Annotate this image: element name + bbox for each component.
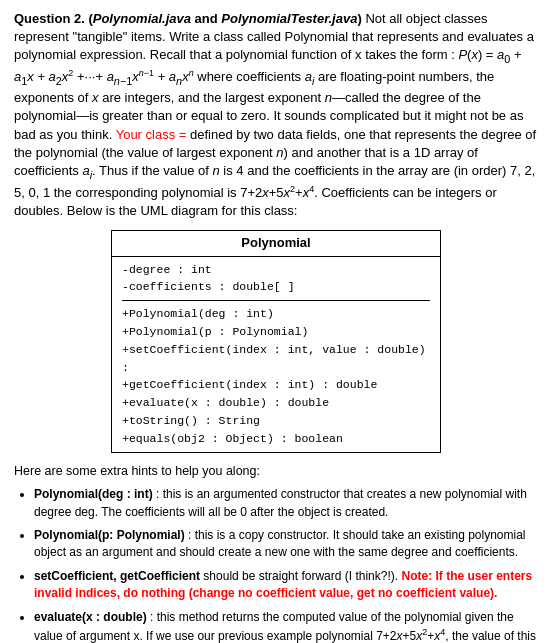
uml-method-setcoeff: +setCoefficient(index : int, value : dou… [122,341,430,377]
uml-class-name: Polynomial [112,231,440,256]
hint-evaluate: evaluate(x : double) : this method retur… [34,609,538,643]
uml-fields: -degree : int -coefficients : double[ ] … [112,257,440,452]
hints-header: Here are some extra hints to help you al… [14,463,538,481]
uml-method-equals: +equals(obj2 : Object) : boolean [122,430,430,448]
uml-diagram: Polynomial -degree : int -coefficients :… [111,230,441,452]
uml-method-tostring: +toString() : String [122,412,430,430]
uml-method-evaluate: +evaluate(x : double) : double [122,394,430,412]
uml-field-coefficients: -coefficients : double[ ] [122,278,430,296]
hint-constructor-int: Polynomial(deg : int) : this is an argum… [34,486,538,521]
uml-method-constructor2: +Polynomial(p : Polynomial) [122,323,430,341]
hints-list: Polynomial(deg : int) : this is an argum… [34,486,538,643]
question-header: Question 2. (Polynomial.java and Polynom… [14,10,538,220]
hint-constructor-poly: Polynomial(p: Polynomial) : this is a co… [34,527,538,562]
uml-method-constructor1: +Polynomial(deg : int) [122,305,430,323]
hint-set-get-coeff: setCoefficient, getCoefficient should be… [34,568,538,603]
uml-method-getcoeff: +getCoefficient(index : int) : double [122,376,430,394]
question-number: Question 2. (Polynomial.java and Polynom… [14,11,536,218]
uml-field-degree: -degree : int [122,261,430,279]
